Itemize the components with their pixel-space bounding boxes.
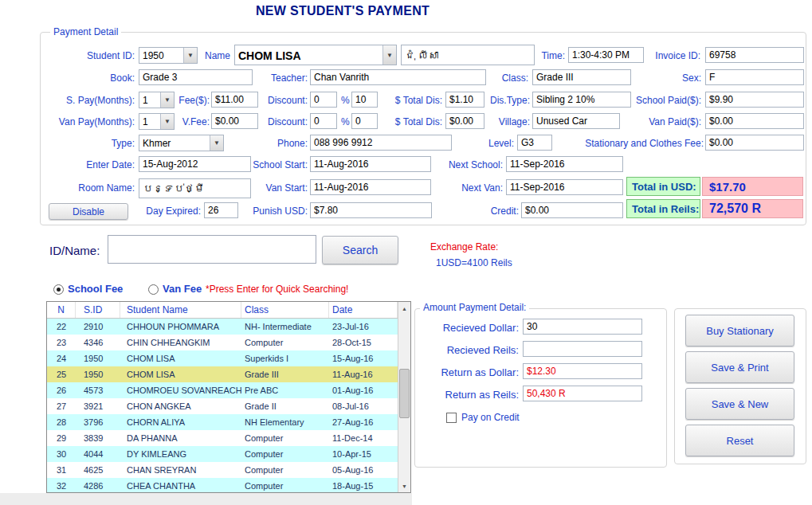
school-paid-field[interactable] [705, 92, 804, 108]
student-name-combo[interactable]: CHOM LISA ▼ [234, 45, 397, 65]
buy-stationary-button[interactable]: Buy Stationary [685, 315, 794, 346]
van-start-field[interactable] [310, 179, 431, 195]
search-input[interactable] [108, 235, 316, 264]
school-fee-radio[interactable] [53, 284, 64, 295]
credit-field[interactable] [521, 202, 623, 218]
time-field[interactable] [568, 47, 644, 63]
fee-field[interactable] [211, 92, 258, 108]
table-row[interactable]: 314625CHAN SREYRANComputer05-Aug-16 [47, 462, 398, 478]
table-row[interactable]: 241950CHOM LISASuperkids I15-Aug-16 [47, 350, 398, 366]
van-fee-radio-label[interactable]: Van Fee [163, 283, 202, 295]
teacher-field[interactable] [310, 69, 486, 85]
village-field[interactable] [532, 113, 620, 129]
discount-type-field[interactable] [532, 92, 631, 108]
van-total-discount-field[interactable] [445, 113, 484, 129]
student-id-label: Student ID: [57, 50, 135, 61]
book-field[interactable] [139, 69, 253, 85]
day-expired-field[interactable] [204, 202, 238, 218]
van-fee-radio[interactable] [148, 284, 159, 295]
van-paid-field[interactable] [705, 113, 804, 129]
enter-date-field[interactable] [139, 156, 251, 172]
van-pay-months-label: Van Pay(Months): [43, 116, 135, 127]
stationary-clothes-fee-field[interactable] [705, 135, 804, 151]
school-fee-radio-label[interactable]: School Fee [68, 283, 123, 295]
grid-scrollbar[interactable]: ▲ ▼ [398, 302, 410, 492]
amount-payment-legend: Amount Payment Detail: [420, 302, 529, 313]
school-pay-months-combo[interactable]: 1 ▼ [139, 92, 175, 108]
dropdown-arrow-icon[interactable]: ▼ [160, 92, 174, 108]
return-reils-field[interactable] [523, 386, 642, 401]
grid-header-class[interactable]: Class [241, 302, 329, 318]
student-name-khmer-field[interactable] [401, 45, 535, 65]
stationary-clothes-fee-label: Stationary and Clothes Fee: [565, 138, 704, 149]
dropdown-arrow-icon[interactable]: ▼ [210, 135, 223, 151]
van-fee-field[interactable] [211, 113, 258, 129]
cell: Computer [241, 478, 329, 493]
school-discount-percent-field[interactable] [351, 92, 378, 108]
table-row[interactable]: 293839DA PHANNAComputer11-Dec-14 [47, 430, 398, 446]
day-expired-label: Day Expired: [143, 206, 201, 217]
time-label: Time: [519, 50, 565, 61]
punish-usd-field[interactable] [310, 202, 432, 218]
cell: 30 [47, 446, 76, 462]
received-reils-field[interactable] [523, 341, 642, 357]
table-row[interactable]: 273921CHON ANGKEAGrade II08-Jul-16 [47, 398, 398, 414]
reset-button[interactable]: Reset [685, 425, 794, 456]
room-name-field[interactable] [139, 178, 251, 198]
sex-field[interactable] [705, 69, 804, 85]
total-usd-value: $17.70 [702, 177, 803, 196]
level-field[interactable] [517, 135, 552, 151]
pay-on-credit-label[interactable]: Pay on Credit [461, 412, 520, 423]
student-id-combo[interactable]: 1950 ▼ [139, 47, 198, 64]
table-row[interactable]: 283796CHORN ALIYANH Elementary27-Aug-16 [47, 414, 398, 430]
table-row[interactable]: 324286CHEA CHANTHAComputer18-Aug-15 [47, 478, 398, 493]
cell: 32 [47, 478, 76, 493]
school-total-discount-field[interactable] [445, 92, 484, 108]
van-discount-percent-field[interactable] [351, 113, 378, 129]
cell: 08-Jul-16 [329, 398, 398, 414]
disable-button[interactable]: Disable [49, 203, 128, 220]
return-dollar-field[interactable] [523, 363, 642, 379]
search-button[interactable]: Search [322, 236, 398, 264]
room-name-label: Room Name: [57, 182, 135, 194]
school-discount-field[interactable] [310, 92, 337, 108]
table-row[interactable]: 234346CHIN CHHEANGKIMComputer28-Oct-15 [47, 335, 398, 350]
grid-header-date[interactable]: Date [329, 302, 398, 318]
van-discount-field[interactable] [310, 113, 337, 129]
table-row[interactable]: 251950CHOM LISAGrade III11-Aug-16 [47, 366, 398, 382]
type-combo[interactable]: Khmer ▼ [139, 135, 224, 151]
next-van-field[interactable] [506, 179, 623, 195]
next-school-field[interactable] [506, 156, 623, 172]
save-new-button[interactable]: Save & New [685, 388, 794, 420]
dropdown-arrow-icon[interactable]: ▼ [183, 48, 197, 63]
van-paid-label: Van Paid($): [637, 116, 701, 127]
phone-field[interactable] [310, 135, 452, 151]
pay-on-credit-checkbox[interactable] [446, 413, 457, 423]
grid-header-student-name[interactable]: Student Name [120, 302, 241, 318]
student-grid: N S.ID Student Name Class Date 222910CHH… [46, 301, 411, 493]
dropdown-arrow-icon[interactable]: ▼ [382, 45, 396, 65]
invoice-id-field[interactable] [705, 47, 804, 63]
scroll-up-icon[interactable]: ▲ [398, 302, 410, 315]
cell: CHAN SREYRAN [120, 462, 241, 478]
school-percent-label: % [341, 95, 351, 106]
received-dollar-field[interactable] [523, 319, 642, 335]
save-print-button[interactable]: Save & Print [685, 351, 794, 383]
grid-header: N S.ID Student Name Class Date [47, 302, 398, 319]
grid-header-n[interactable]: N [47, 302, 76, 318]
type-label: Type: [57, 138, 135, 149]
table-row[interactable]: 264573CHOMROEU SOVANREACHPre ABC01-Aug-1… [47, 382, 398, 398]
cell: CHOMROEU SOVANREACH [120, 382, 241, 398]
next-school-label: Next School: [443, 159, 503, 170]
scroll-thumb[interactable] [399, 369, 410, 418]
cell: 15-Aug-16 [329, 350, 398, 366]
new-student-payment-window: NEW STUDENT'S PAYMENT Payment Detail Stu… [0, 0, 812, 505]
school-start-field[interactable] [310, 156, 431, 172]
class-field[interactable] [532, 69, 631, 85]
scroll-down-icon[interactable]: ▼ [398, 480, 410, 492]
van-pay-months-combo[interactable]: 1 ▼ [139, 113, 175, 130]
dropdown-arrow-icon[interactable]: ▼ [160, 114, 174, 129]
table-row[interactable]: 304044DY KIMLEANGComputer10-Apr-15 [47, 446, 398, 462]
table-row[interactable]: 222910CHHOUN PHOMMARANH- Intermediate23-… [47, 319, 398, 335]
grid-header-sid[interactable]: S.ID [76, 302, 120, 318]
